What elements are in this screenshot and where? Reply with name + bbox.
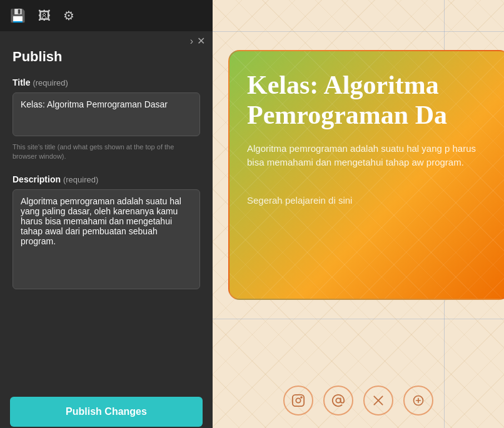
twitter-x-icon[interactable] (363, 386, 393, 416)
svg-point-2 (301, 397, 302, 398)
preview-card: Kelas: Algoritma Pemrograman Da Algoritm… (228, 50, 504, 300)
image-icon[interactable]: 🖼 (38, 9, 51, 23)
svg-point-1 (296, 398, 300, 402)
extra-social-icon[interactable] (403, 386, 433, 416)
panel-fade (0, 377, 213, 396)
title-hint: This site's title (and what gets shown a… (13, 142, 200, 162)
svg-rect-0 (293, 395, 304, 406)
grid-line-h1 (213, 31, 504, 32)
title-required-label: (required) (33, 78, 68, 87)
instagram-icon[interactable] (283, 386, 313, 416)
panel-content: Publish Title (required) Kelas: Algoritm… (0, 46, 213, 383)
social-icons-row (213, 386, 504, 416)
publish-changes-button[interactable]: Publish Changes (10, 397, 203, 427)
description-input[interactable]: Algoritma pemrograman adalah suatu hal y… (13, 189, 200, 289)
card-subtitle: Algoritma pemrograman adalah suatu hal y… (247, 142, 491, 170)
card-title: Kelas: Algoritma Pemrograman Da (247, 70, 491, 131)
settings-icon[interactable]: ⚙ (63, 8, 74, 23)
threads-icon[interactable] (323, 386, 353, 416)
description-required-label: (required) (63, 175, 98, 184)
close-panel-button[interactable]: ✕ (197, 36, 205, 46)
panel-title: Publish (13, 49, 200, 65)
card-cta: Segerah pelajarein di sini (247, 195, 491, 206)
publish-btn-container: Publish Changes (0, 396, 213, 428)
title-input[interactable]: Kelas: Algoritma Pemrograman Dasar (13, 92, 200, 136)
save-icon[interactable]: 💾 (10, 8, 26, 23)
grid-line-h2 (213, 319, 504, 319)
svg-point-3 (336, 398, 340, 402)
left-panel: 💾 🖼 ⚙ › ✕ Publish Title (required) Kelas… (0, 0, 213, 428)
title-field-label: Title (required) (13, 77, 200, 87)
collapse-panel-button[interactable]: › (190, 36, 193, 46)
right-panel: Kelas: Algoritma Pemrograman Da Algoritm… (213, 0, 504, 428)
description-field-label: Description (required) (13, 174, 200, 184)
panel-header-row: › ✕ (0, 31, 213, 46)
toolbar: 💾 🖼 ⚙ (0, 0, 213, 31)
